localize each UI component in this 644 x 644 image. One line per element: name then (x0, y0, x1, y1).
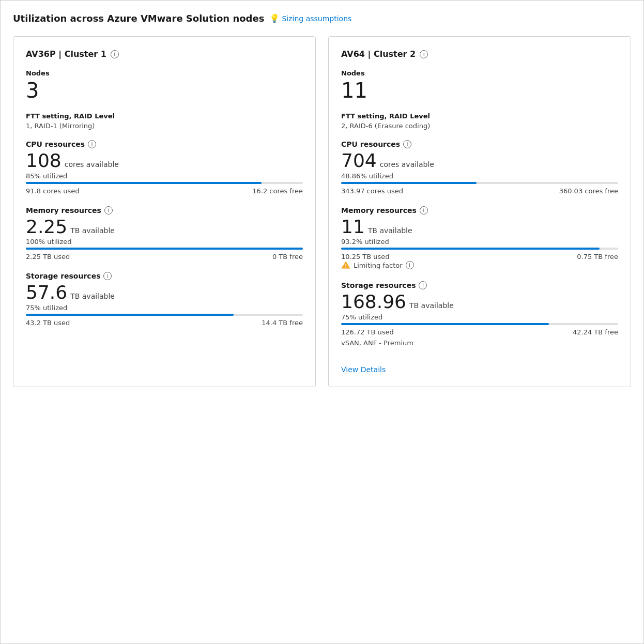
cluster1-storage-progress-fill (26, 314, 234, 316)
cluster1-cpu-unit: cores available (65, 160, 119, 168)
cluster2-cpu-section: CPU resources i 704 cores available 48.8… (341, 140, 618, 195)
svg-text:!: ! (345, 264, 347, 269)
cluster1-cpu-progress-fill (26, 182, 262, 184)
cluster1-memory-unit: TB available (70, 226, 115, 235)
cluster1-memory-footer: 2.25 TB used 0 TB free (26, 253, 303, 260)
view-details-link[interactable]: View Details (341, 365, 386, 374)
cluster1-storage-section: Storage resources i 57.6 TB available 75… (26, 272, 303, 327)
cluster1-memory-section: Memory resources i 2.25 TB available 100… (26, 206, 303, 261)
cluster1-storage-info-icon[interactable]: i (103, 272, 112, 280)
cluster2-storage-free: 42.24 TB free (573, 328, 618, 336)
cluster2-storage-info-icon[interactable]: i (419, 281, 427, 289)
cluster2-storage-header: Storage resources i (341, 281, 618, 289)
limiting-factor-info-icon[interactable]: i (406, 261, 414, 269)
cluster2-memory-section: Memory resources i 11 TB available 93.2%… (341, 206, 618, 270)
cluster2-memory-progress-fill (341, 248, 600, 250)
cluster2-cpu-header: CPU resources i (341, 140, 618, 148)
cluster2-memory-label: Memory resources (341, 206, 417, 214)
cluster2-storage-utilization: 75% utilized (341, 313, 618, 321)
cluster2-title: AV64 | Cluster 2 (341, 49, 416, 59)
cluster2-storage-label: Storage resources (341, 281, 416, 289)
cluster2-storage-progress-bar (341, 323, 618, 325)
cluster2-cpu-free: 360.03 cores free (559, 187, 618, 195)
cluster1-info-icon[interactable]: i (111, 50, 119, 58)
cluster1-memory-free: 0 TB free (272, 253, 303, 260)
cluster2-memory-num: 11 (341, 217, 365, 237)
page-title: Utilization across Azure VMware Solution… (13, 13, 264, 24)
cluster2-ftt-section: FTT setting, RAID Level 2, RAID-6 (Erasu… (341, 112, 618, 130)
cluster1-memory-value-line: 2.25 TB available (26, 217, 303, 237)
cluster2-cpu-info-icon[interactable]: i (403, 140, 411, 148)
cluster2-cpu-used: 343.97 cores used (341, 187, 403, 195)
cluster2-cpu-label: CPU resources (341, 140, 400, 148)
cluster2-header: AV64 | Cluster 2 i (341, 49, 618, 59)
cluster1-nodes-label: Nodes (26, 69, 303, 77)
cluster1-memory-utilization: 100% utilized (26, 238, 303, 246)
cluster2-nodes-label: Nodes (341, 69, 618, 77)
clusters-container: AV36P | Cluster 1 i Nodes 3 FTT setting,… (13, 36, 631, 387)
page-header: Utilization across Azure VMware Solution… (13, 13, 631, 24)
cluster1-nodes-value: 3 (26, 79, 303, 102)
cluster2-cpu-unit: cores available (380, 160, 434, 168)
cluster1-memory-progress-bar (26, 248, 303, 250)
cluster1-cpu-label: CPU resources (26, 140, 85, 148)
cluster2-memory-used: 10.25 TB used (341, 253, 390, 260)
cluster2-cpu-progress-bar (341, 182, 618, 184)
cluster2-memory-header: Memory resources i (341, 206, 618, 214)
cluster1-ftt-label: FTT setting, RAID Level (26, 112, 303, 120)
cluster2-memory-info-icon[interactable]: i (420, 206, 428, 214)
cluster1-cpu-footer: 91.8 cores used 16.2 cores free (26, 187, 303, 195)
cluster2-storage-section: Storage resources i 168.96 TB available … (341, 281, 618, 347)
cluster2-memory-free: 0.75 TB free (577, 253, 618, 260)
cluster1-storage-used: 43.2 TB used (26, 319, 70, 327)
cluster1-storage-header: Storage resources i (26, 272, 303, 280)
cluster1-memory-num: 2.25 (26, 217, 67, 237)
cluster1-title: AV36P | Cluster 1 (26, 49, 106, 59)
cluster1-nodes-section: Nodes 3 (26, 69, 303, 102)
cluster2-memory-footer: 10.25 TB used 0.75 TB free (341, 253, 618, 260)
cluster1-storage-progress-bar (26, 314, 303, 316)
cluster2-info-icon[interactable]: i (420, 50, 428, 58)
cluster1-storage-value-line: 57.6 TB available (26, 282, 303, 303)
cluster1-storage-free: 14.4 TB free (262, 319, 303, 327)
cluster2-ftt-label: FTT setting, RAID Level (341, 112, 618, 120)
sizing-link-text: Sizing assumptions (282, 14, 351, 23)
cluster2-cpu-num: 704 (341, 150, 377, 171)
cluster2-cpu-progress-fill (341, 182, 477, 184)
cluster2-memory-progress-bar (341, 248, 618, 250)
cluster1-memory-info-icon[interactable]: i (104, 206, 113, 214)
cluster1-card: AV36P | Cluster 1 i Nodes 3 FTT setting,… (13, 36, 316, 387)
cluster1-memory-header: Memory resources i (26, 206, 303, 214)
cluster2-storage-value-line: 168.96 TB available (341, 292, 618, 312)
cluster1-storage-utilization: 75% utilized (26, 304, 303, 312)
cluster1-cpu-info-icon[interactable]: i (88, 140, 96, 148)
cluster1-storage-unit: TB available (70, 292, 115, 300)
cluster2-storage-used: 126.72 TB used (341, 328, 394, 336)
cluster2-storage-progress-fill (341, 323, 549, 325)
cluster1-storage-label: Storage resources (26, 272, 100, 280)
cluster1-cpu-progress-bar (26, 182, 303, 184)
cluster1-cpu-free: 16.2 cores free (252, 187, 303, 195)
cluster2-storage-footer: 126.72 TB used 42.24 TB free (341, 328, 618, 336)
cluster2-nodes-section: Nodes 11 (341, 69, 618, 102)
cluster1-cpu-value-line: 108 cores available (26, 150, 303, 171)
cluster1-ftt-value: 1, RAID-1 (Mirroring) (26, 122, 303, 130)
cluster2-ftt-value: 2, RAID-6 (Erasure coding) (341, 122, 618, 130)
cluster1-cpu-header: CPU resources i (26, 140, 303, 148)
cluster1-memory-label: Memory resources (26, 206, 101, 214)
cluster1-cpu-section: CPU resources i 108 cores available 85% … (26, 140, 303, 195)
cluster2-memory-value-line: 11 TB available (341, 217, 618, 237)
cluster2-memory-utilization: 93.2% utilized (341, 238, 618, 246)
cluster1-storage-num: 57.6 (26, 282, 67, 303)
cluster2-cpu-value-line: 704 cores available (341, 150, 618, 171)
cluster2-storage-note: vSAN, ANF - Premium (341, 339, 618, 347)
cluster2-card: AV64 | Cluster 2 i Nodes 11 FTT setting,… (328, 36, 631, 387)
warning-triangle-icon: ! (341, 260, 350, 270)
limiting-factor-text: Limiting factor (354, 262, 403, 269)
sizing-assumptions-link[interactable]: 💡 Sizing assumptions (269, 13, 351, 23)
limiting-factor-badge: ! Limiting factor i (341, 260, 618, 270)
cluster1-cpu-utilization: 85% utilized (26, 172, 303, 180)
cluster2-storage-num: 168.96 (341, 292, 406, 312)
cluster1-cpu-num: 108 (26, 150, 62, 171)
cluster2-nodes-value: 11 (341, 79, 618, 102)
